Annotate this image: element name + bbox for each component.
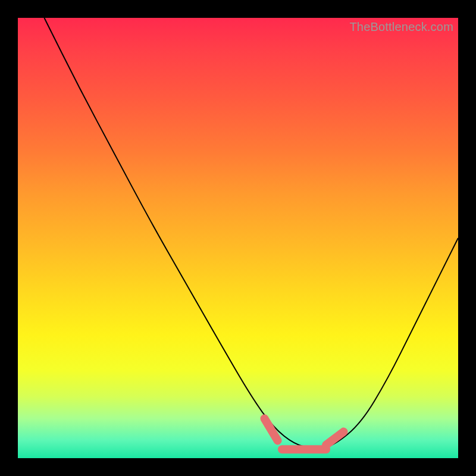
chart-frame: TheBottleneck.com <box>0 0 476 476</box>
optimal-left-marker <box>264 418 277 440</box>
plot-area: TheBottleneck.com <box>18 18 458 458</box>
bottleneck-curve <box>44 18 458 448</box>
curve-layer <box>18 18 458 458</box>
optimal-right-marker <box>326 432 344 445</box>
